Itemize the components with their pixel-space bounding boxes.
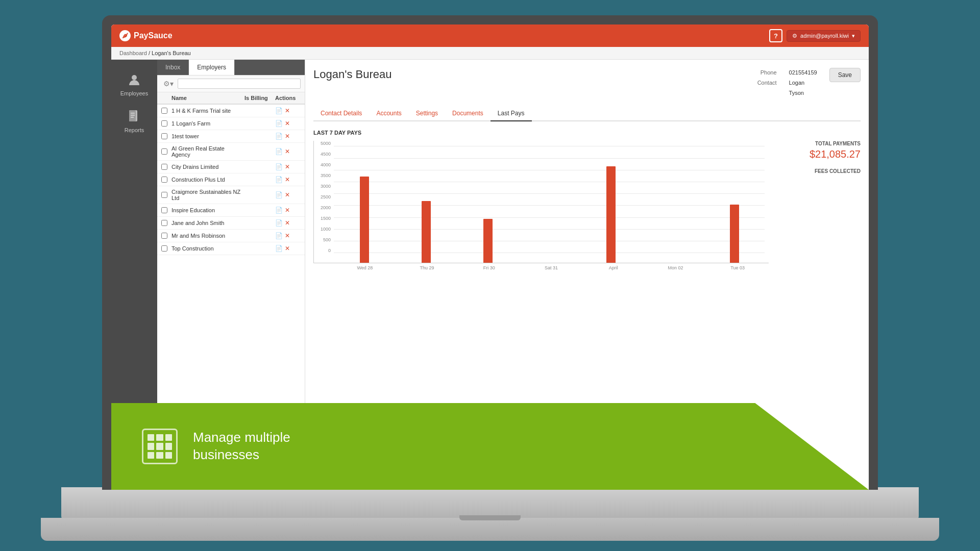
logo: 🌶 PaySauce [119,30,173,41]
chart-bar [422,201,431,263]
help-button[interactable]: ? [769,29,782,42]
bar-group [457,219,518,263]
total-payments-value: $21,085.27 [779,148,861,160]
file-icon[interactable]: 📄 [275,191,283,198]
promo-bar: Manage multiple businesses [111,403,869,490]
row-checkbox[interactable] [161,148,167,155]
svg-rect-3 [131,113,135,114]
file-icon[interactable]: 📄 [275,176,283,183]
row-checkbox[interactable] [161,207,167,213]
table-header: Name Is Billing Actions [157,92,305,105]
tab-documents[interactable]: Documents [445,106,491,121]
delete-icon[interactable]: ✕ [285,107,290,114]
file-icon[interactable]: 📄 [275,133,283,140]
table-row[interactable]: Jane and John Smith 📄 ✕ [157,217,305,230]
table-row[interactable]: City Drains Limited 📄 ✕ [157,161,305,173]
row-actions: 📄 ✕ [275,207,301,214]
tab-accounts[interactable]: Accounts [369,106,408,121]
row-checkbox[interactable] [161,133,167,139]
save-button[interactable]: Save [829,68,861,82]
contact-label: Contact [757,78,777,88]
row-name: Mr and Mrs Robinson [172,233,244,239]
user-menu-button[interactable]: ⚙ admin@payroll.kiwi ▾ [787,30,861,42]
row-checkbox[interactable] [161,220,167,226]
add-button[interactable]: ⚙▾ [161,79,176,89]
row-checkbox[interactable] [161,233,167,239]
delete-icon[interactable]: ✕ [285,219,290,227]
table-row[interactable]: AI Green Real Estate Agency 📄 ✕ [157,143,305,161]
promo-line1: Manage multiple [193,430,290,445]
header-right: ? ⚙ admin@payroll.kiwi ▾ [769,29,861,42]
sidebar-item-reports[interactable]: Reports [111,105,157,137]
sidebar-employees-label: Employees [120,90,148,96]
delete-icon[interactable]: ✕ [285,163,290,170]
table-row[interactable]: Craigmore Sustainables NZ Ltd 📄 ✕ [157,186,305,204]
x-axis-label: Thu 29 [396,265,458,270]
table-row[interactable]: Inspire Education 📄 ✕ [157,204,305,217]
info-values: 021554159 LoganTyson [789,68,817,98]
file-icon[interactable]: 📄 [275,148,283,155]
detail-tabs: Contact Details Accounts Settings Docume… [313,106,861,121]
table-row[interactable]: 1 Logan's Farm 📄 ✕ [157,117,305,130]
x-axis-label: Tue 03 [706,265,769,270]
chart-bar [483,219,493,263]
search-row: ⚙▾ [157,76,305,92]
row-name: 1 H & K Farms Trial site [172,108,244,114]
row-checkbox[interactable] [161,177,167,183]
x-axis-label: April [582,265,645,270]
row-name: Construction Plus Ltd [172,177,244,183]
dropdown-arrow-icon: ▾ [852,33,855,39]
delete-icon[interactable]: ✕ [285,191,290,198]
breadcrumb-current: Logan's Bureau [152,50,191,56]
row-checkbox[interactable] [161,108,167,114]
file-icon[interactable]: 📄 [275,219,283,227]
delete-icon[interactable]: ✕ [285,148,290,155]
table-row[interactable]: Construction Plus Ltd 📄 ✕ [157,173,305,186]
col-name: Name [172,95,244,101]
row-actions: 📄 ✕ [275,107,301,114]
file-icon[interactable]: 📄 [275,207,283,214]
row-actions: 📄 ✕ [275,120,301,127]
row-checkbox[interactable] [161,164,167,170]
breadcrumb-home[interactable]: Dashboard [119,50,147,56]
promo-building-icon [142,429,178,464]
user-email: admin@payroll.kiwi [800,33,849,39]
bureau-header: Logan's Bureau Phone Contact 021554159 L… [313,68,861,98]
row-checkbox[interactable] [161,192,167,198]
x-axis-labels: Wed 28Thu 29Fri 30Sat 31AprilMon 02Tue 0… [313,265,769,270]
tab-employers[interactable]: Employers [189,60,235,75]
file-icon[interactable]: 📄 [275,232,283,239]
delete-icon[interactable]: ✕ [285,207,290,214]
fees-collected-label: FEES COLLECTED [779,168,861,174]
delete-icon[interactable]: ✕ [285,232,290,239]
table-row[interactable]: 1 H & K Farms Trial site 📄 ✕ [157,105,305,117]
x-axis-label: Fri 30 [458,265,520,270]
tab-contact-details[interactable]: Contact Details [313,106,369,121]
tab-last-pays[interactable]: Last Pays [491,106,532,121]
table-row[interactable]: Top Construction 📄 ✕ [157,242,305,255]
tab-settings[interactable]: Settings [409,106,445,121]
search-input[interactable] [178,79,301,89]
table-row[interactable]: Mr and Mrs Robinson 📄 ✕ [157,230,305,242]
file-icon[interactable]: 📄 [275,163,283,170]
phone-label: Phone [757,68,777,78]
row-checkbox[interactable] [161,245,167,252]
tab-inbox[interactable]: Inbox [157,60,189,75]
breadcrumb: Dashboard / Logan's Bureau [111,47,869,60]
file-icon[interactable]: 📄 [275,107,283,114]
info-labels: Phone Contact [757,68,777,88]
delete-icon[interactable]: ✕ [285,176,290,183]
row-checkbox[interactable] [161,120,167,127]
sidebar-item-employees[interactable]: Employees [111,68,157,101]
delete-icon[interactable]: ✕ [285,133,290,140]
bar-group [334,177,395,263]
logo-text: PaySauce [134,31,173,40]
delete-icon[interactable]: ✕ [285,245,290,252]
bureau-title: Logan's Bureau [313,68,391,81]
file-icon[interactable]: 📄 [275,120,283,127]
delete-icon[interactable]: ✕ [285,120,290,127]
file-icon[interactable]: 📄 [275,245,283,252]
row-actions: 📄 ✕ [275,191,301,198]
table-row[interactable]: 1test tower 📄 ✕ [157,130,305,143]
bureau-info: Phone Contact 021554159 LoganTyson Save [757,68,861,98]
